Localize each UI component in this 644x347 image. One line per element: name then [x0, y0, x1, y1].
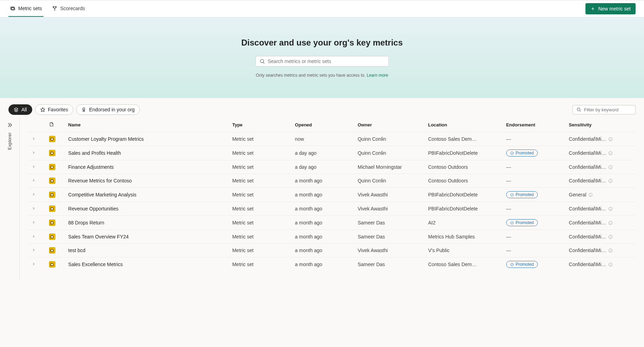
endorsement-empty: —	[506, 136, 511, 142]
table-row[interactable]: test bcdMetric seta month agoVivek Awast…	[28, 244, 636, 257]
row-endorsement: —	[503, 132, 565, 146]
learn-more-link[interactable]: Learn more	[367, 73, 388, 78]
row-location[interactable]: AI2	[425, 216, 502, 230]
info-icon[interactable]	[608, 151, 613, 155]
metric-set-icon	[49, 247, 55, 254]
sensitivity-text: Confidential\Mi…	[569, 220, 606, 225]
explorer-label: Explorer	[7, 132, 12, 150]
table-row[interactable]: Sales and Profits HealthMetric seta day …	[28, 146, 636, 160]
chevron-right-icon[interactable]	[32, 192, 36, 196]
table-row[interactable]: Competitive Marketing AnalysisMetric set…	[28, 188, 636, 202]
chevron-right-icon[interactable]	[32, 248, 36, 252]
chevron-right-icon[interactable]	[32, 165, 36, 169]
promoted-badge: Promoted	[506, 261, 538, 268]
table-row[interactable]: Customer Loyalty Program MetricsMetric s…	[28, 132, 636, 146]
table-row[interactable]: Revenue OpportunitiesMetric seta month a…	[28, 202, 636, 216]
row-name[interactable]: 88 Drops Return	[65, 216, 229, 230]
info-icon[interactable]	[608, 165, 613, 169]
promoted-check-icon	[510, 263, 514, 266]
sensitivity-text: General	[569, 192, 587, 197]
chevron-double-right-icon[interactable]	[7, 122, 13, 128]
sensitivity-text: Confidential\Mi…	[569, 206, 606, 211]
search-wrap[interactable]	[256, 56, 389, 67]
info-icon[interactable]	[608, 262, 613, 267]
row-name[interactable]: Revenue Metrics for Contoso	[65, 174, 229, 188]
row-name[interactable]: Customer Loyalty Program Metrics	[65, 132, 229, 146]
chevron-right-icon[interactable]	[32, 137, 36, 141]
row-location[interactable]: Metrics Hub Samples	[425, 230, 502, 244]
chip-all[interactable]: All	[8, 104, 32, 115]
info-icon[interactable]	[608, 179, 613, 183]
row-location[interactable]: V's Public	[425, 244, 502, 257]
row-name[interactable]: Sales Team Overview FY24	[65, 230, 229, 244]
chevron-right-icon[interactable]	[32, 206, 36, 210]
col-sensitivity[interactable]: Sensitivity	[565, 118, 636, 132]
col-type[interactable]: Type	[229, 118, 291, 132]
chevron-right-icon[interactable]	[32, 234, 36, 238]
info-icon[interactable]	[608, 221, 613, 225]
metric-set-icon	[49, 150, 55, 156]
search-icon	[259, 58, 265, 64]
row-opened: a month ago	[291, 216, 354, 230]
row-name[interactable]: Sales and Profits Health	[65, 146, 229, 160]
tab-metric-sets[interactable]: Metric sets	[8, 1, 43, 17]
row-name[interactable]: Finance Adjustments	[65, 160, 229, 174]
chip-favorites[interactable]: Favorites	[35, 104, 74, 115]
row-location[interactable]: PBIFabricDoNotDelete	[425, 188, 502, 202]
row-location[interactable]: Contoso Sales Dem…	[425, 132, 502, 146]
row-opened: now	[291, 132, 354, 146]
chevron-right-icon[interactable]	[32, 151, 36, 155]
row-location[interactable]: Contoso Outdoors	[425, 174, 502, 188]
new-metric-set-button[interactable]: New metric set	[585, 3, 636, 14]
row-location[interactable]: PBIFabricDoNotDelete	[425, 202, 502, 216]
filter-input[interactable]	[584, 107, 632, 112]
col-endorsement[interactable]: Endorsement	[503, 118, 565, 132]
row-name[interactable]: Competitive Marketing Analysis	[65, 188, 229, 202]
row-name[interactable]: test bcd	[65, 244, 229, 257]
info-icon[interactable]	[608, 207, 613, 211]
chevron-right-icon[interactable]	[32, 220, 36, 224]
star-icon	[40, 107, 45, 112]
metric-set-icon	[49, 206, 55, 212]
row-location[interactable]: Contoso Sales Dem…	[425, 257, 502, 272]
col-owner[interactable]: Owner	[354, 118, 425, 132]
svg-point-4	[83, 108, 85, 110]
row-endorsement: —	[503, 230, 565, 244]
col-name[interactable]: Name	[65, 118, 229, 132]
table-row[interactable]: Sales Excellence MetricsMetric seta mont…	[28, 257, 636, 272]
sensitivity-cell: Confidential\Mi…	[569, 248, 632, 253]
table-row[interactable]: 88 Drops ReturnMetric seta month agoSame…	[28, 216, 636, 230]
row-opened: a day ago	[291, 160, 354, 174]
row-name[interactable]: Revenue Opportunities	[65, 202, 229, 216]
chip-endorsed[interactable]: Endorsed in your org	[76, 104, 140, 115]
row-name[interactable]: Sales Excellence Metrics	[65, 257, 229, 272]
row-location[interactable]: Contoso Outdoors	[425, 160, 502, 174]
info-icon[interactable]	[608, 235, 613, 239]
table-row[interactable]: Finance AdjustmentsMetric seta day agoMi…	[28, 160, 636, 174]
ribbon-icon	[81, 107, 86, 112]
row-endorsement: —	[503, 160, 565, 174]
row-sensitivity: Confidential\Mi…	[565, 244, 636, 257]
info-icon[interactable]	[608, 248, 613, 253]
table-row[interactable]: Revenue Metrics for ContosoMetric seta m…	[28, 174, 636, 188]
info-icon[interactable]	[608, 137, 613, 141]
sensitivity-cell: Confidential\Mi…	[569, 220, 632, 225]
row-sensitivity: Confidential\Mi…	[565, 160, 636, 174]
row-location[interactable]: PBIFabricDoNotDelete	[425, 146, 502, 160]
col-location[interactable]: Location	[425, 118, 502, 132]
tab-scorecards-label: Scorecards	[60, 6, 85, 11]
sensitivity-text: Confidential\Mi…	[569, 234, 606, 240]
filter-wrap[interactable]	[572, 105, 636, 114]
col-opened[interactable]: Opened	[291, 118, 354, 132]
search-input[interactable]	[268, 58, 385, 64]
row-opened: a month ago	[291, 202, 354, 216]
sensitivity-text: Confidential\Mi…	[569, 164, 606, 170]
row-owner: Sameer Das	[354, 257, 425, 272]
row-type: Metric set	[229, 202, 291, 216]
chevron-right-icon[interactable]	[32, 262, 36, 266]
table-row[interactable]: Sales Team Overview FY24Metric seta mont…	[28, 230, 636, 244]
tab-scorecards[interactable]: Scorecards	[50, 1, 87, 17]
chevron-right-icon[interactable]	[32, 178, 36, 182]
endorsement-empty: —	[506, 206, 511, 211]
info-icon[interactable]	[588, 193, 593, 197]
